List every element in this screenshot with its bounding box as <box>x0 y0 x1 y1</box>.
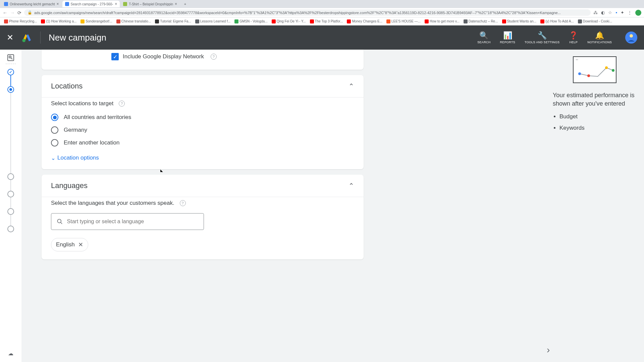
languages-subhead: Select the languages that your customers… <box>51 200 354 206</box>
chevron-down-icon: ⌄ <box>51 155 55 161</box>
bookmark-item[interactable]: Datenschutz – Re... <box>462 19 499 24</box>
location-options-expander[interactable]: ⌄ Location options <box>51 155 354 161</box>
bookmark-item[interactable]: Qing Fei De Yi - Y... <box>270 19 307 24</box>
extension-icon[interactable]: ▪ <box>615 10 617 15</box>
cursor: ◣ <box>160 169 163 169</box>
bookmark-item[interactable]: GMSN - Vologda... <box>233 19 269 24</box>
language-input-field[interactable] <box>67 219 198 225</box>
step-future[interactable] <box>7 191 14 197</box>
locations-header[interactable]: Locations ⌃ <box>42 75 364 97</box>
wrench-icon: 🔧 <box>538 31 547 40</box>
language-input[interactable] <box>51 213 204 230</box>
radio-all-countries[interactable]: All countries and territories <box>51 114 354 121</box>
svg-point-7 <box>578 72 581 75</box>
locations-card: Locations ⌃ Select locations to target ?… <box>42 75 364 169</box>
estimate-item: Keywords <box>559 125 636 131</box>
remove-chip-icon[interactable]: ✕ <box>78 241 83 248</box>
search-icon <box>57 218 63 225</box>
bell-icon: 🔔 <box>595 31 604 40</box>
estimate-item: Budget <box>559 113 636 120</box>
step-current[interactable] <box>7 86 14 93</box>
step-done[interactable] <box>7 69 14 75</box>
search-icon: 🔍 <box>479 31 488 40</box>
svg-point-0 <box>22 39 25 42</box>
help-button[interactable]: ❓ HELP <box>569 31 578 44</box>
stepper: ☁ <box>0 50 21 362</box>
browser-tab-strip: Onlinewerbung leicht gemacht × Search ca… <box>0 0 644 8</box>
svg-point-10 <box>612 69 614 72</box>
help-icon[interactable]: ? <box>211 54 217 60</box>
new-tab-button[interactable]: + <box>182 1 189 7</box>
bookmark-item[interactable]: Money Changes E... <box>345 19 384 24</box>
bookmark-item[interactable]: Lessons Learned f... <box>194 19 232 24</box>
bookmark-item[interactable]: The Top 3 Platfor... <box>309 19 344 24</box>
share-icon[interactable]: ◐ <box>601 10 605 15</box>
bookmark-icon[interactable]: ☆ <box>608 10 612 15</box>
tab-title: Search campaign - 279-560- <box>71 2 113 6</box>
bookmark-item[interactable]: Student Wants an... <box>501 19 538 24</box>
next-arrow-icon[interactable]: › <box>547 345 550 355</box>
tab-favicon <box>123 2 127 6</box>
overview-icon[interactable] <box>7 54 15 62</box>
bookmarks-bar: Phone Recycling... (1) How Working a... … <box>0 17 644 25</box>
close-icon[interactable]: × <box>115 2 117 6</box>
languages-card: Languages ⌃ Select the languages that yo… <box>42 175 364 259</box>
search-button[interactable]: 🔍 SEARCH <box>477 31 490 44</box>
extensions-icon[interactable]: ✦ <box>621 10 624 15</box>
display-network-checkbox[interactable]: ✓ <box>111 53 119 60</box>
menu-icon[interactable]: ⋮ <box>628 10 632 15</box>
notifications-button[interactable]: 🔔 NOTIFICATIONS <box>587 31 612 44</box>
browser-tab[interactable]: Onlinewerbung leicht gemacht × <box>1 1 62 7</box>
bookmark-item[interactable]: Sonderangebot!... <box>79 19 114 24</box>
close-button[interactable]: ✕ <box>7 33 13 42</box>
bookmark-item[interactable]: (y) How To Add A... <box>539 19 575 24</box>
chevron-up-icon: ⌃ <box>348 182 354 190</box>
address-bar[interactable]: 🔒 ads.google.com/aw/campaigns/new/search… <box>24 9 591 16</box>
radio-button <box>51 139 58 146</box>
radio-another-location[interactable]: Enter another location <box>51 139 354 146</box>
profile-icon[interactable] <box>635 10 641 16</box>
help-icon[interactable]: ? <box>180 200 186 206</box>
bookmark-item[interactable]: How to get more v... <box>423 19 461 24</box>
step-future[interactable] <box>7 173 14 180</box>
locations-subhead: Select locations to target ? <box>51 100 354 107</box>
bookmark-item[interactable]: (1) How Working a... <box>40 19 78 24</box>
bookmark-item[interactable]: Chinese translatio... <box>115 19 152 24</box>
svg-line-6 <box>61 222 62 224</box>
tab-favicon <box>4 2 8 6</box>
app-header: ✕ New campaign 🔍 SEARCH 📊 REPORTS 🔧 TOOL… <box>0 25 644 50</box>
close-icon[interactable]: × <box>175 2 177 6</box>
help-icon: ❓ <box>569 31 578 40</box>
back-icon[interactable]: ← <box>3 10 7 15</box>
page-title: New campaign <box>49 33 477 43</box>
browser-tab-active[interactable]: Search campaign - 279-560- × <box>62 1 120 7</box>
browser-tab[interactable]: T-Shirt – Beispiel Dropshippin × <box>120 1 180 7</box>
svg-point-8 <box>587 74 590 77</box>
bookmark-item[interactable]: Phone Recycling... <box>3 19 38 24</box>
cloud-icon[interactable]: ☁ <box>8 350 13 357</box>
tab-favicon <box>65 2 69 6</box>
languages-header[interactable]: Languages ⌃ <box>42 175 364 197</box>
close-icon[interactable]: × <box>57 2 59 6</box>
reload-icon[interactable]: ⟳ <box>17 10 21 15</box>
step-future[interactable] <box>7 226 14 232</box>
svg-line-4 <box>11 58 12 59</box>
estimate-panel: Your estimated performance is shown afte… <box>545 50 644 362</box>
svg-point-3 <box>9 56 11 58</box>
avatar[interactable] <box>625 32 637 44</box>
estimate-list: Budget Keywords <box>553 113 636 131</box>
networks-card: ✓ Include Google Display Network ? <box>42 50 364 70</box>
radio-button <box>51 126 58 134</box>
step-future[interactable] <box>7 208 14 215</box>
bookmark-item[interactable]: Tutorial: Eigene Fa... <box>154 19 192 24</box>
radio-germany[interactable]: Germany <box>51 126 354 134</box>
bookmark-item[interactable]: LEE'S HOUSE —... <box>385 19 422 24</box>
bookmark-item[interactable]: Download - Cooki... <box>577 19 613 24</box>
divider <box>40 32 41 44</box>
reports-button[interactable]: 📊 REPORTS <box>500 31 515 44</box>
tab-title: Onlinewerbung leicht gemacht <box>10 2 55 6</box>
tools-button[interactable]: 🔧 TOOLS AND SETTINGS <box>525 31 559 44</box>
forward-icon[interactable]: → <box>10 10 15 15</box>
help-icon[interactable]: ? <box>119 101 125 107</box>
translate-icon[interactable]: ⁂ <box>593 10 598 15</box>
